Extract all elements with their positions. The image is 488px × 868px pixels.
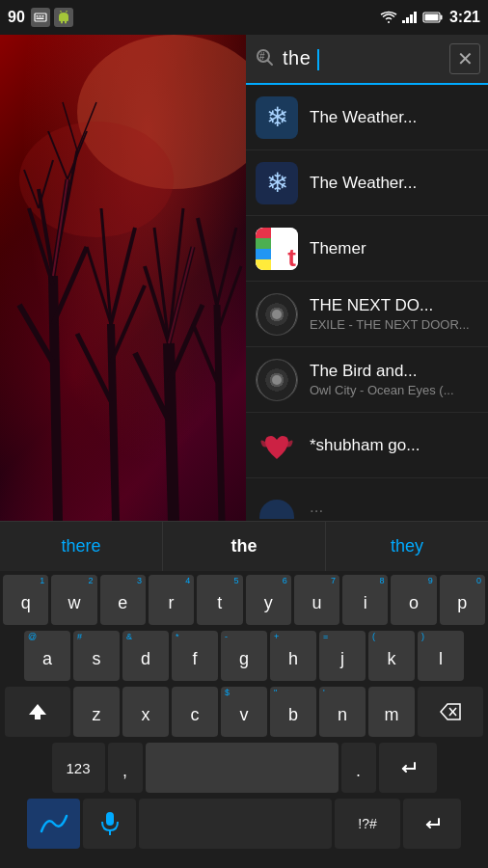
result-item[interactable]: The Bird and... Owl City - Ocean Eyes (.… <box>246 347 488 413</box>
key-space[interactable] <box>146 743 339 793</box>
key-return-bottom[interactable] <box>403 799 461 849</box>
svg-text:#: # <box>259 51 265 62</box>
svg-rect-14 <box>440 15 442 20</box>
result-title: ... <box>310 498 478 517</box>
key-comma[interactable]: , <box>108 743 143 793</box>
key-f[interactable]: *f <box>172 631 218 681</box>
key-num-switch[interactable]: 123 <box>52 743 105 793</box>
svg-rect-58 <box>106 812 114 826</box>
keyboard: there the they 1q 2w 3e 4r 5t 6y 7u 8i 9… <box>0 521 488 868</box>
key-row-1: 1q 2w 3e 4r 5t 6y 7u 8i 9o 0p <box>3 575 485 625</box>
key-s[interactable]: #s <box>73 631 120 681</box>
key-k[interactable]: (k <box>368 631 415 681</box>
key-i[interactable]: 8i <box>342 575 388 625</box>
result-icon: ❄ <box>256 96 298 139</box>
svg-line-52 <box>268 60 273 65</box>
svg-line-20 <box>53 247 87 324</box>
key-m[interactable]: m <box>368 687 415 737</box>
search-icon: # <box>254 47 275 71</box>
search-input[interactable]: the <box>283 47 442 70</box>
result-text: THE NEXT DO... EXILE - THE NEXT DOOR... <box>310 296 478 332</box>
svg-rect-3 <box>41 15 43 17</box>
result-text: The Weather... <box>310 174 478 193</box>
key-l[interactable]: )l <box>418 631 464 681</box>
key-row-3: z x c $v "b 'n m <box>3 687 485 737</box>
signal-icons <box>380 11 444 24</box>
key-o[interactable]: 9o <box>391 575 436 625</box>
key-shift[interactable] <box>5 687 70 737</box>
suggestion-middle[interactable]: the <box>163 522 326 571</box>
svg-rect-4 <box>36 18 43 20</box>
result-icon: t <box>256 228 298 270</box>
key-r[interactable]: 4r <box>149 575 194 625</box>
key-period[interactable]: . <box>341 743 376 793</box>
result-title: The Weather... <box>310 108 478 127</box>
key-enter[interactable] <box>379 743 437 793</box>
key-g[interactable]: -g <box>221 631 267 681</box>
svg-line-38 <box>217 305 222 521</box>
key-y[interactable]: 6y <box>246 575 291 625</box>
result-item[interactable]: *shubham go... <box>246 413 488 478</box>
result-item[interactable]: ❄ The Weather... <box>246 150 488 216</box>
result-text: The Weather... <box>310 108 478 127</box>
key-backspace[interactable] <box>418 687 483 737</box>
clock: 3:21 <box>449 9 480 26</box>
result-text: Themer <box>310 239 478 258</box>
key-row-bottom: !?# <box>3 799 485 849</box>
key-d[interactable]: &d <box>122 631 169 681</box>
key-w[interactable]: 2w <box>51 575 96 625</box>
svg-rect-1 <box>36 15 38 17</box>
svg-rect-12 <box>414 12 417 23</box>
suggestion-left[interactable]: there <box>0 522 163 571</box>
svg-rect-9 <box>402 20 405 23</box>
keyboard-main: 1q 2w 3e 4r 5t 6y 7u 8i 9o 0p @a #s &d *… <box>0 571 488 868</box>
snowflake-icon: ❄ <box>266 101 288 133</box>
svg-rect-2 <box>39 15 41 17</box>
svg-marker-55 <box>29 704 46 719</box>
key-c[interactable]: c <box>172 687 218 737</box>
key-q[interactable]: 1q <box>3 575 48 625</box>
result-item[interactable]: ❄ The Weather... <box>246 85 488 150</box>
key-u[interactable]: 7u <box>294 575 339 625</box>
key-b[interactable]: "b <box>270 687 316 737</box>
battery-level: 90 <box>8 9 25 26</box>
key-e[interactable]: 3e <box>100 575 146 625</box>
key-x[interactable]: x <box>122 687 169 737</box>
key-t[interactable]: 5t <box>197 575 242 625</box>
svg-line-7 <box>60 11 61 13</box>
svg-line-29 <box>111 228 135 324</box>
result-item[interactable]: THE NEXT DO... EXILE - THE NEXT DOOR... <box>246 282 488 347</box>
suggestion-right[interactable]: they <box>326 522 488 571</box>
svg-line-40 <box>217 266 241 334</box>
key-special-chars[interactable]: !?# <box>335 799 400 849</box>
result-icon <box>256 359 298 401</box>
svg-rect-15 <box>424 14 438 21</box>
key-p[interactable]: 0p <box>440 575 485 625</box>
svg-line-8 <box>66 11 67 13</box>
key-row-2: @a #s &d *f -g +h =j (k )l <box>3 631 485 681</box>
svg-rect-10 <box>406 17 409 23</box>
svg-rect-11 <box>410 14 413 23</box>
key-row-4: 123 , . <box>3 743 485 793</box>
key-swiftkey[interactable] <box>27 799 80 849</box>
result-title: *shubham go... <box>310 436 478 455</box>
word-suggestions: there the they <box>0 521 488 571</box>
themer-t-letter: t <box>287 245 296 270</box>
result-text: *shubham go... <box>310 436 478 455</box>
result-subtitle: Owl City - Ocean Eyes (... <box>310 383 478 397</box>
result-item[interactable]: t Themer <box>246 216 488 282</box>
clear-search-button[interactable]: ✕ <box>449 43 480 74</box>
key-mic[interactable] <box>83 799 136 849</box>
svg-line-41 <box>198 218 217 305</box>
key-v[interactable]: $v <box>221 687 267 737</box>
key-space-bottom[interactable] <box>139 799 332 849</box>
key-n[interactable]: 'n <box>319 687 366 737</box>
svg-point-54 <box>259 500 294 519</box>
key-j[interactable]: =j <box>319 631 366 681</box>
result-icon <box>256 424 298 467</box>
svg-line-50 <box>169 247 193 343</box>
key-h[interactable]: +h <box>270 631 316 681</box>
result-text: ... <box>310 498 478 517</box>
key-a[interactable]: @a <box>24 631 70 681</box>
key-z[interactable]: z <box>73 687 120 737</box>
